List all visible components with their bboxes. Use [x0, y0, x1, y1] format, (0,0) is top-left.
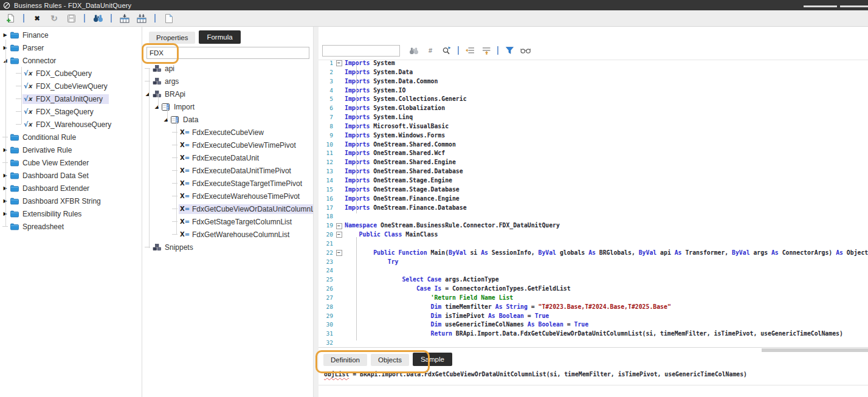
fold-margin [333, 266, 345, 275]
sidebar-item-derivative-rule[interactable]: ▶Derivative Rule [0, 143, 142, 156]
hash-button[interactable]: # [425, 45, 436, 56]
tree-arrow-collapsed-icon[interactable]: ▶ [1, 32, 9, 38]
function-icon: X= [180, 218, 190, 225]
fold-collapse-icon[interactable]: − [333, 59, 345, 68]
tree-connector-line [143, 68, 151, 69]
search-button[interactable] [92, 13, 103, 24]
refresh-button[interactable]: ↻ [49, 13, 60, 24]
horizontal-scrollbar[interactable] [319, 347, 868, 353]
folder-icon [10, 198, 21, 205]
api-tree-item-api[interactable]: api [142, 62, 313, 75]
compile-grid-icon [120, 14, 129, 23]
sidebar-item-cube-view-extender[interactable]: Cube View Extender [0, 156, 142, 169]
compile-button[interactable] [119, 13, 130, 24]
delete-button[interactable]: ✖ [32, 13, 43, 24]
api-tree-item-fdxgetstagetargetcolumnlist[interactable]: X=FdxGetStageTargetColumnList [142, 215, 313, 228]
fold-collapse-icon[interactable]: − [333, 230, 345, 240]
api-tree-item-brapi[interactable]: ◢BRApi [142, 88, 313, 100]
code-line: 22− Public Function Main(ByVal si As Ses… [319, 249, 868, 258]
api-tree-item-fdxexecutecubeview[interactable]: X=FdxExecuteCubeView [142, 126, 313, 139]
sample-variable: objList [324, 371, 349, 378]
function-icon: X= [180, 231, 190, 238]
tree-label: FdxExecuteCubeViewTimePivot [192, 141, 296, 150]
api-tree-item-data[interactable]: ◢Data [142, 113, 313, 126]
compile-all-button[interactable] [136, 13, 147, 24]
formula-search-input[interactable] [146, 47, 309, 59]
new-rule-button[interactable] [5, 13, 16, 24]
tab-properties[interactable]: Properties [149, 32, 195, 44]
api-tree-item-fdxexecutedataunittimepivot[interactable]: X=FdxExecuteDataUnitTimePivot [142, 164, 313, 177]
sidebar-item-dashboard-xfbr-string[interactable]: ▶Dashboard XFBR String [0, 195, 142, 207]
scrollbar-thumb[interactable] [762, 348, 868, 352]
tab-objects[interactable]: Objects [371, 354, 409, 366]
tree-label: FdxGetStageTargetColumnList [192, 218, 292, 226]
code-area[interactable]: 1−Imports System2Imports System.Data3Imp… [319, 59, 868, 348]
eyeglasses-button[interactable] [520, 45, 531, 56]
api-tree-item-fdxexecutestagetargettimepivot[interactable]: X=FdxExecuteStageTargetTimePivot [142, 177, 313, 190]
toolbar-separator [111, 14, 112, 22]
folder-icon [10, 185, 21, 192]
code-line: 25 Select Case args.ActionType [319, 275, 868, 285]
save-button[interactable] [66, 13, 77, 24]
api-tree-item-args[interactable]: args [142, 75, 313, 88]
find-replace-button[interactable] [441, 45, 452, 56]
code-line: 20− Public Class MainClass [319, 230, 868, 240]
line-number: 20 [319, 230, 333, 240]
code-text: Dim timeMemfilter As String = "T#2023.Ba… [345, 303, 868, 312]
fold-margin [333, 104, 345, 113]
outdent-lines-button[interactable] [464, 45, 475, 56]
code-line: 1−Imports System [319, 59, 868, 68]
window-controls[interactable] [804, 5, 868, 7]
line-number: 1 [319, 59, 333, 68]
tab-sample[interactable]: Sample [413, 353, 452, 366]
tree-arrow-expanded-icon[interactable]: ◢ [153, 104, 160, 109]
code-text [345, 240, 868, 249]
tree-arrow-expanded-icon[interactable]: ◢ [143, 91, 151, 97]
sidebar-item-connector[interactable]: ◢Connector [0, 54, 142, 67]
sidebar-item-conditional-rule[interactable]: Conditional Rule [0, 131, 142, 143]
api-tree-item-fdxexecutecubeviewtimepivot[interactable]: X=FdxExecuteCubeViewTimePivot [142, 139, 313, 151]
fold-collapse-icon[interactable]: − [333, 249, 345, 258]
code-line: 7Imports System.Linq [319, 113, 868, 122]
tab-formula[interactable]: Formula [199, 30, 240, 44]
formula-icon: √x [24, 69, 34, 77]
tree-label: args [165, 77, 179, 86]
api-tree-item-fdxgetcubeviewordataunitcolumnlist[interactable]: X=FdxGetCubeViewOrDataUnitColumnList [142, 202, 313, 215]
outdent-lines-icon [466, 47, 475, 55]
sidebar-item-dashboard-extender[interactable]: ▶Dashboard Extender [0, 182, 142, 195]
sidebar-item-dashboard-data-set[interactable]: ▶Dashboard Data Set [0, 169, 142, 182]
tree-arrow-expanded-icon[interactable]: ◢ [162, 117, 170, 122]
editor-search-input[interactable] [322, 45, 400, 57]
tree-label: FdxGetWarehouseColumnList [192, 230, 289, 239]
page-blue-corner-icon [165, 14, 173, 23]
api-tree-item-snippets[interactable]: Snippets [142, 241, 313, 254]
line-number: 23 [319, 258, 333, 267]
fold-margin [333, 240, 345, 249]
copy-page-button[interactable] [163, 13, 174, 24]
filter-funnel-button[interactable] [504, 45, 515, 56]
sidebar-item-parser[interactable]: ▶Parser [0, 41, 142, 54]
code-line: 24 [319, 266, 868, 275]
api-tree-item-fdxgetwarehousecolumnlist[interactable]: X=FdxGetWarehouseColumnList [142, 228, 313, 241]
indent-up-button[interactable] [481, 45, 492, 56]
code-line: 3Imports System.Data.Common [319, 77, 868, 86]
api-tree-item-import[interactable]: ◢Import [142, 100, 313, 113]
sidebar-item-spreadsheet[interactable]: Spreadsheet [0, 220, 142, 233]
code-text: 'Return Field Name List [345, 294, 868, 303]
business-rules-window: Business Rules - FDX_DataUnitQuery ✖↻ ▶F… [0, 0, 868, 397]
fold-margin [333, 95, 345, 104]
code-line: 31 Return BRApi.Import.Data.FdxGetCubeVi… [319, 330, 868, 339]
binoculars-gray-button[interactable] [408, 45, 419, 56]
code-line: 9Imports System.Windows.Forms [319, 131, 868, 140]
api-tree-item-fdxexecutewarehousetimepivot[interactable]: X=FdxExecuteWarehouseTimePivot [142, 190, 313, 202]
fold-collapse-icon[interactable]: − [333, 221, 345, 230]
tab-definition[interactable]: Definition [323, 354, 367, 366]
sidebar-item-finance[interactable]: ▶Finance [0, 29, 142, 41]
code-line: 2Imports System.Data [319, 68, 868, 77]
api-tree-item-fdxexecutedataunit[interactable]: X=FdxExecuteDataUnit [142, 151, 313, 164]
code-line: 11Imports OneStream.Shared.Wcf [319, 149, 868, 158]
line-number: 22 [319, 249, 333, 258]
sidebar-item-extensibility-rules[interactable]: ▶Extensibility Rules [0, 207, 142, 220]
fold-guide-line [356, 65, 357, 213]
line-number: 25 [319, 275, 333, 285]
